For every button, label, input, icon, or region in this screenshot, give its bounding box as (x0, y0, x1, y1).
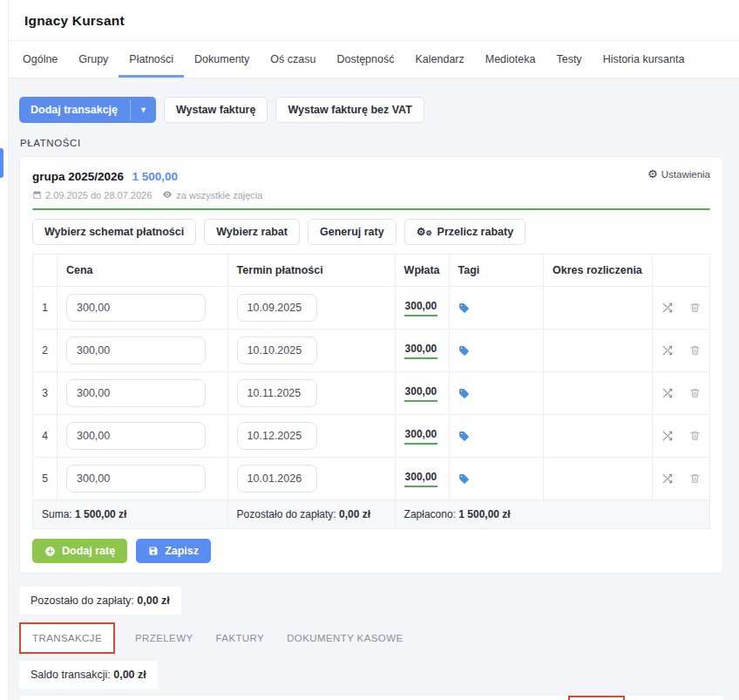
issue-invoice-no-vat-button[interactable]: Wystaw fakturę bez VAT (275, 97, 424, 123)
period-cell (543, 415, 652, 458)
trash-icon[interactable] (689, 344, 701, 357)
chevron-down-icon[interactable]: ▼ (130, 99, 156, 120)
due-date-input[interactable] (237, 465, 317, 493)
schema-actions: Wybierz schemat płatności Wybierz rabat … (32, 219, 710, 245)
price-input[interactable] (66, 379, 206, 407)
trash-icon[interactable] (689, 430, 701, 442)
choose-discount-button[interactable]: Wybierz rabat (204, 219, 300, 245)
tag-icon[interactable] (458, 431, 534, 442)
col-cena: Cena (57, 255, 227, 287)
subtab-przelewy[interactable]: PRZELEWY (124, 624, 204, 652)
period-cell (543, 372, 652, 415)
tag-icon[interactable] (458, 345, 534, 357)
subtab-dokumenty-kasowe[interactable]: DOKUMENTY KASOWE (275, 624, 414, 652)
sidebar-active-indicator (0, 148, 3, 178)
issue-invoice-button[interactable]: Wystaw fakturę (164, 97, 268, 123)
toolbar: Dodaj transakcję ▼ Wystaw fakturę Wystaw… (19, 97, 723, 123)
table-row: 2 300,00 (33, 330, 710, 372)
save-button[interactable]: Zapisz (136, 539, 211, 563)
plus-circle-icon (44, 546, 56, 557)
table-row: 3 300,00 (33, 372, 710, 415)
tab-platnosci[interactable]: Płatności (119, 41, 184, 78)
group-meta: 2.09.2025 do 28.07.2026 za wszystkie zaj… (32, 189, 710, 200)
tab-testy[interactable]: Testy (546, 41, 592, 78)
eye-icon (162, 189, 173, 200)
summary-sum: Suma: 1 500,00 zł (33, 500, 228, 529)
row-number: 1 (33, 287, 58, 330)
due-date-input[interactable] (237, 379, 317, 407)
gear-icon: ⚙ (647, 168, 658, 180)
recalculate-discounts-button[interactable]: ⚙⚙ Przelicz rabaty (404, 219, 525, 245)
shuffle-icon[interactable] (661, 387, 674, 399)
paid-amount: 300,00 (404, 471, 438, 487)
price-input[interactable] (66, 294, 206, 322)
paid-amount: 300,00 (404, 385, 438, 402)
transactions-list: Data 14.10.2025 Wartość brutto -100,00 z… (19, 696, 723, 700)
period-cell (543, 458, 652, 500)
trash-icon[interactable] (689, 387, 701, 399)
paid-amount: 300,00 (404, 343, 438, 359)
period-cell (543, 330, 652, 372)
subtab-faktury[interactable]: FAKTURY (205, 624, 276, 652)
paid-amount: 300,00 (404, 300, 438, 316)
transactions-tabbar: TRANSAKCJE PRZELEWY FAKTURY DOKUMENTY KA… (19, 622, 723, 654)
table-row: 4 300,00 (33, 415, 710, 458)
col-wplata: Wpłata (395, 255, 449, 287)
period-cell (543, 287, 652, 330)
shuffle-icon[interactable] (661, 344, 674, 357)
tab-ogolne[interactable]: Ogólne (12, 41, 68, 78)
table-header-row: Cena Termin płatności Wpłata Tagi Okres … (33, 255, 710, 287)
issue-invoice-label: Wystaw fakturę (176, 104, 255, 116)
table-row: 1 300,00 (33, 287, 710, 330)
save-icon (148, 546, 159, 556)
tab-historia-kursanta[interactable]: Historia kursanta (593, 41, 695, 78)
tag-icon[interactable] (458, 388, 534, 399)
settings-button[interactable]: ⚙ Ustawienia (647, 168, 710, 180)
generate-installments-button[interactable]: Generuj raty (308, 219, 397, 245)
tag-icon[interactable] (458, 473, 534, 485)
gears-icon: ⚙⚙ (417, 227, 432, 237)
remaining-balance-chip: Pozostało do zapłaty: 0,00 zł (19, 587, 181, 615)
table-summary-row: Suma: 1 500,00 zł Pozostało do zapłaty: … (33, 500, 710, 529)
add-transaction-button[interactable]: Dodaj transakcję ▼ (19, 97, 156, 123)
tab-medioteka[interactable]: Medioteka (475, 41, 546, 78)
group-scope: za wszystkie zajęcia (162, 189, 262, 200)
content-area: Dodaj transakcję ▼ Wystaw fakturę Wystaw… (0, 78, 739, 700)
tab-os-czasu[interactable]: Oś czasu (260, 41, 326, 78)
tag-icon[interactable] (458, 302, 534, 314)
due-date-input[interactable] (237, 422, 317, 450)
due-date-input[interactable] (237, 336, 317, 364)
col-tagi: Tagi (449, 255, 543, 287)
shuffle-icon[interactable] (661, 430, 674, 442)
group-amount: 1 500,00 (132, 170, 179, 183)
sidebar-edge (0, 0, 9, 700)
col-okres: Okres rozliczenia (543, 255, 652, 287)
add-installment-button[interactable]: Dodaj ratę (32, 539, 127, 563)
table-row: 5 300,00 (33, 458, 710, 500)
trash-icon[interactable] (689, 472, 701, 485)
row-number: 2 (33, 330, 58, 372)
add-transaction-label: Dodaj transakcję (19, 98, 130, 122)
trash-icon[interactable] (689, 302, 701, 314)
choose-schema-button[interactable]: Wybierz schemat płatności (32, 219, 196, 245)
annotation-box-transakcje: TRANSAKCJE (19, 622, 115, 654)
summary-remaining: Pozostało do zapłaty: 0,00 zł (227, 500, 395, 529)
tab-grupy[interactable]: Grupy (68, 41, 119, 78)
shuffle-icon[interactable] (661, 472, 674, 485)
subtab-transakcje[interactable]: TRANSAKCJE (21, 624, 113, 652)
price-input[interactable] (66, 336, 206, 364)
card-footer: Dodaj ratę Zapisz (32, 539, 710, 563)
price-input[interactable] (66, 422, 206, 450)
shuffle-icon[interactable] (661, 302, 674, 314)
price-input[interactable] (66, 465, 206, 493)
summary-paid: Zapłacono: 1 500,00 zł (395, 500, 709, 529)
row-number: 3 (33, 372, 58, 415)
due-date-input[interactable] (237, 294, 317, 322)
tab-dostepnosc[interactable]: Dostępność (326, 41, 404, 78)
col-termin: Termin płatności (227, 255, 395, 287)
group-title: grupa 2025/2026 1 500,00 (32, 168, 178, 184)
tab-kalendarz[interactable]: Kalendarz (404, 41, 474, 78)
page-title: Ignacy Kursant (24, 13, 718, 29)
group-dates: 2.09.2025 do 28.07.2026 (32, 190, 152, 200)
tab-dokumenty[interactable]: Dokumenty (184, 41, 260, 78)
